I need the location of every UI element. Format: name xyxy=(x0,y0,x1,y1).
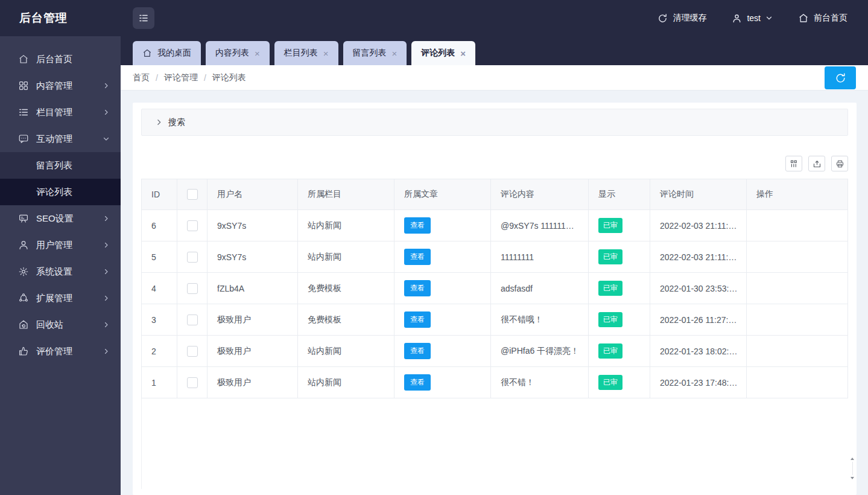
tab-label: 评论列表 xyxy=(421,48,455,59)
tab-label: 内容列表 xyxy=(215,48,249,59)
chevron-down-icon xyxy=(103,135,110,142)
chevron-right-icon xyxy=(103,348,110,355)
view-article-button[interactable]: 查看 xyxy=(404,343,431,359)
scrollbar-track[interactable] xyxy=(852,462,853,475)
cell-username: fZLb4A xyxy=(207,273,298,304)
sidebar-item-column-management[interactable]: 栏目管理 xyxy=(0,99,121,126)
sidebar-item-label: 用户管理 xyxy=(36,240,103,251)
status-badge: 已审 xyxy=(598,249,622,264)
sidebar-item-system-settings[interactable]: 系统设置 xyxy=(0,258,121,285)
sidebar-item-user-management[interactable]: 用户管理 xyxy=(0,232,121,258)
columns-icon xyxy=(790,159,799,168)
cell-category: 免费模板 xyxy=(298,304,394,335)
status-badge: 已审 xyxy=(598,343,622,359)
view-article-button[interactable]: 查看 xyxy=(404,280,431,296)
front-home-link[interactable]: 前台首页 xyxy=(798,13,847,24)
row-checkbox[interactable] xyxy=(187,283,198,294)
cell-id: 6 xyxy=(141,210,177,241)
sidebar-item-seo-settings[interactable]: SEO设置 xyxy=(0,205,121,232)
scroll-down-arrow-icon[interactable] xyxy=(851,477,854,479)
user-menu[interactable]: test xyxy=(732,13,773,24)
cell-content: @9xSY7s 111111… xyxy=(491,210,589,241)
sidebar-item-label: 系统设置 xyxy=(36,266,103,278)
topbar-right: 清理缓存 test xyxy=(657,13,868,24)
scroll-up-arrow-icon[interactable] xyxy=(851,458,854,460)
sidebar-item-label: 互动管理 xyxy=(36,133,103,145)
row-checkbox[interactable] xyxy=(187,377,198,388)
export-button[interactable] xyxy=(808,156,825,171)
cell-id: 1 xyxy=(141,367,177,398)
tab-message-list[interactable]: 留言列表 × xyxy=(343,41,407,65)
cell-actions xyxy=(747,241,848,272)
view-article-button[interactable]: 查看 xyxy=(404,311,431,328)
view-article-button[interactable]: 查看 xyxy=(404,249,431,265)
cell-content: 很不错哦！ xyxy=(491,304,589,335)
header-username: 用户名 xyxy=(207,179,298,209)
view-article-button[interactable]: 查看 xyxy=(404,374,431,391)
chevron-right-icon xyxy=(103,321,110,328)
cell-username: 9xSY7s xyxy=(207,210,298,241)
cell-time: 2022-02-03 21:11:… xyxy=(650,210,747,241)
header-actions: 操作 xyxy=(747,179,848,209)
refresh-icon xyxy=(835,72,846,84)
card-scrollbar[interactable] xyxy=(849,458,855,479)
close-icon[interactable]: × xyxy=(255,49,260,58)
close-icon[interactable]: × xyxy=(392,49,398,58)
view-article-button[interactable]: 查看 xyxy=(404,217,431,234)
nodes-icon xyxy=(18,293,29,304)
breadcrumb-home[interactable]: 首页 xyxy=(133,72,150,83)
select-all-checkbox[interactable] xyxy=(187,189,198,200)
close-icon[interactable]: × xyxy=(323,49,329,58)
cell-content: adsfasdf xyxy=(491,273,589,304)
print-button[interactable] xyxy=(831,156,848,171)
status-badge: 已审 xyxy=(598,312,622,327)
cell-actions xyxy=(747,273,848,304)
sidebar-item-backend-home[interactable]: 后台首页 xyxy=(0,46,121,72)
row-checkbox[interactable] xyxy=(187,346,198,357)
tab-column-list[interactable]: 栏目列表 × xyxy=(274,41,338,65)
username-label: test xyxy=(747,13,761,23)
sidebar-item-recycle-bin[interactable]: 回收站 xyxy=(0,311,121,338)
cell-time: 2022-02-03 21:11:… xyxy=(650,241,747,272)
sidebar-item-content-management[interactable]: 内容管理 xyxy=(0,72,121,99)
sidebar: 后台首页 内容管理 xyxy=(0,36,121,495)
columns-toggle-button[interactable] xyxy=(785,156,802,171)
tab-my-desktop[interactable]: 我的桌面 xyxy=(133,41,201,65)
cell-category: 站内新闻 xyxy=(298,241,394,272)
sidebar-item-label: 栏目管理 xyxy=(36,107,103,118)
cell-id: 2 xyxy=(141,336,177,366)
list-icon xyxy=(18,107,29,118)
sidebar-subitem-comment-list[interactable]: 评论列表 xyxy=(0,179,121,205)
cell-category: 站内新闻 xyxy=(298,336,394,366)
tab-label: 我的桌面 xyxy=(157,48,191,59)
cell-id: 3 xyxy=(141,304,177,335)
header-checkbox-cell xyxy=(177,179,207,209)
sidebar-subitem-message-list[interactable]: 留言列表 xyxy=(0,152,121,179)
status-badge: 已审 xyxy=(598,375,622,390)
sidebar-item-label: 内容管理 xyxy=(36,80,103,92)
sidebar-item-interaction-management[interactable]: 互动管理 xyxy=(0,126,121,152)
sidebar-collapse-button[interactable] xyxy=(133,7,154,29)
row-checkbox[interactable] xyxy=(187,252,198,263)
cell-username: 极致用户 xyxy=(207,336,298,366)
clear-cache-button[interactable]: 清理缓存 xyxy=(657,13,706,24)
tab-label: 留言列表 xyxy=(353,48,387,59)
tab-comment-list[interactable]: 评论列表 × xyxy=(411,41,475,65)
search-collapse-panel[interactable]: 搜索 xyxy=(141,109,848,136)
main-area: 我的桌面 内容列表 × 栏目列表 × 留言列表 × 评论列表 × xyxy=(121,36,868,495)
sidebar-item-extension-management[interactable]: 扩展管理 xyxy=(0,285,121,311)
header-id: ID xyxy=(141,179,177,209)
row-checkbox[interactable] xyxy=(187,220,198,231)
refresh-page-button[interactable] xyxy=(825,66,856,89)
chevron-right-icon xyxy=(103,215,110,222)
breadcrumb-comment-management[interactable]: 评论管理 xyxy=(164,72,198,83)
cell-username: 极致用户 xyxy=(207,367,298,398)
tab-content-list[interactable]: 内容列表 × xyxy=(206,41,270,65)
export-icon xyxy=(813,159,822,168)
cell-id: 4 xyxy=(141,273,177,304)
breadcrumb-comment-list: 评论列表 xyxy=(212,72,246,83)
sidebar-item-review-management[interactable]: 评价管理 xyxy=(0,338,121,365)
breadcrumb-separator: / xyxy=(156,73,158,83)
close-icon[interactable]: × xyxy=(460,49,466,58)
row-checkbox[interactable] xyxy=(187,315,198,325)
